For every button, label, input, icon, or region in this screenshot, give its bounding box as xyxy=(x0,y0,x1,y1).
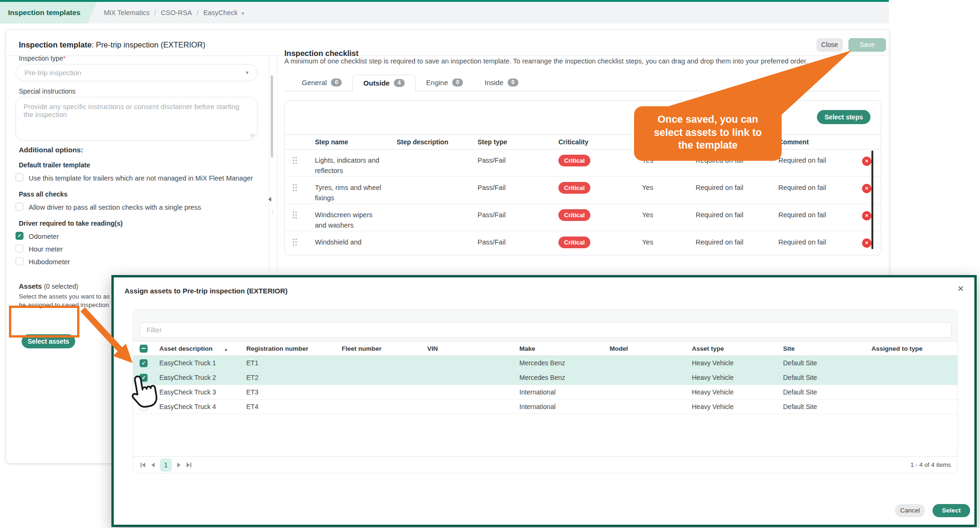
scrollbar-thumb[interactable] xyxy=(271,75,273,158)
select-all-checkbox[interactable] xyxy=(140,345,148,353)
close-button[interactable]: Close xyxy=(816,38,843,52)
asset-cell: Default Site xyxy=(783,359,871,367)
checkbox-label: Odometer xyxy=(29,232,59,241)
save-button[interactable]: Save xyxy=(848,38,886,52)
delete-step-icon[interactable]: ✕ xyxy=(862,157,871,166)
drag-handle-icon[interactable] xyxy=(292,155,315,176)
column-header-assigned-to-type[interactable]: Assigned to type xyxy=(871,345,958,352)
delete-step-icon[interactable]: ✕ xyxy=(862,238,871,248)
asset-row[interactable]: ✓EasyCheck Truck 1ET1Mercedes BenzHeavy … xyxy=(133,356,957,370)
checkbox-label: Hour meter xyxy=(29,244,63,254)
close-icon[interactable]: ✕ xyxy=(957,284,964,294)
pagination-last-button[interactable] xyxy=(186,461,192,469)
tab-count-badge: 4 xyxy=(394,79,405,87)
cursor-hand-icon xyxy=(129,374,158,412)
select-all-checkbox-cell xyxy=(133,345,159,353)
breadcrumb-separator: / xyxy=(196,9,198,16)
column-header-model[interactable]: Model xyxy=(610,345,692,352)
step-name: Lights, indicators andreflectors xyxy=(315,155,397,176)
pagination-first-button[interactable] xyxy=(140,461,146,469)
drag-handle-icon[interactable] xyxy=(292,210,315,231)
cancel-button[interactable]: Cancel xyxy=(895,504,925,517)
checkbox-unchecked[interactable] xyxy=(16,244,24,252)
photo: Required on fail xyxy=(696,237,778,255)
column-header-make[interactable]: Make xyxy=(519,345,610,352)
checkbox-label: Allow driver to pass all section checks … xyxy=(29,203,201,212)
tab-general[interactable]: General0 xyxy=(291,74,353,91)
asset-row[interactable]: EasyCheck Truck 4ET4InternationalHeavy V… xyxy=(133,400,957,414)
asset-cell: Default Site xyxy=(783,388,871,396)
breadcrumb-item[interactable]: MiX Telematics xyxy=(104,9,149,16)
special-instructions-input[interactable] xyxy=(16,97,258,141)
criticality-badge: Critical xyxy=(558,236,590,248)
column-header-registration-number[interactable]: Registration number xyxy=(246,345,342,352)
checklist-row: Tyres, rims and wheelfixingsPass/FailCri… xyxy=(285,177,881,204)
pagination-page-1[interactable]: 1 xyxy=(160,458,172,472)
step-name-line: Windshield and xyxy=(315,237,397,247)
checkbox-checked[interactable]: ✓ xyxy=(140,359,148,367)
additional-options-section: Additional options: Default trailer temp… xyxy=(16,146,259,270)
drag-handle-icon[interactable] xyxy=(292,182,315,204)
tab-count-badge: 0 xyxy=(508,79,518,87)
tab-inspection-templates[interactable]: Inspection templates xyxy=(0,2,97,24)
tab-outside[interactable]: Outside4 xyxy=(353,75,416,91)
modal-title: Assign assets to Pre-trip inspection (EX… xyxy=(125,287,288,295)
mandatory: Yes xyxy=(642,182,696,204)
pagination-prev-button[interactable] xyxy=(150,461,156,469)
step-type: Pass/Fail xyxy=(478,182,558,204)
column-header-asset-type[interactable]: Asset type xyxy=(692,345,783,352)
inspection-type-select[interactable]: Pre-trip inspection ▼ xyxy=(16,64,258,81)
tab-inside[interactable]: Inside0 xyxy=(474,74,529,91)
tab-label: Outside xyxy=(363,79,390,87)
mandatory: Yes xyxy=(642,210,696,231)
checkbox-checked[interactable]: ✓ xyxy=(16,232,24,240)
breadcrumb-item[interactable]: CSO-RSA xyxy=(161,9,192,16)
checklist-row: Windshield andPass/FailCriticalYesRequir… xyxy=(285,231,881,255)
page-title-label: Inspection template xyxy=(19,40,92,49)
breadcrumb-separator: / xyxy=(154,9,156,16)
column-header-vin[interactable]: VIN xyxy=(427,345,519,352)
select-steps-button[interactable]: Select steps xyxy=(817,110,870,124)
asset-row[interactable]: EasyCheck Truck 3ET3InternationalHeavy V… xyxy=(133,385,957,400)
step-name-line: fixings xyxy=(315,193,397,203)
checkbox-option[interactable]: Hour meter xyxy=(16,244,259,254)
checkbox-label: Use this template for trailers which are… xyxy=(29,173,253,183)
drag-handle-icon[interactable] xyxy=(292,237,315,255)
checkbox-option[interactable]: ✓Odometer xyxy=(16,232,259,241)
checkbox-option[interactable]: Use this template for trailers which are… xyxy=(16,173,259,183)
checkbox-option[interactable]: Hubodometer xyxy=(16,257,259,267)
pagination-next-button[interactable] xyxy=(176,461,181,469)
comment: Required on fail xyxy=(778,182,862,204)
checkbox-unchecked[interactable] xyxy=(16,173,24,181)
additional-options-heading: Additional options: xyxy=(19,146,256,154)
column-header-fleet-number[interactable]: Fleet number xyxy=(342,345,427,352)
pane-drag-handle-icon[interactable]: ⋮ xyxy=(270,211,275,213)
delete-step-icon[interactable]: ✕ xyxy=(862,211,871,221)
checkbox-unchecked[interactable] xyxy=(16,257,24,265)
checkbox-option[interactable]: Allow driver to pass all section checks … xyxy=(16,203,259,212)
inspection-type-label: Inspection type* xyxy=(19,55,66,62)
checkbox-unchecked[interactable] xyxy=(16,203,24,211)
header-divider xyxy=(6,55,889,56)
collapse-pane-icon[interactable] xyxy=(268,197,271,202)
criticality: Critical xyxy=(558,210,642,231)
checklist-description: A minimum of one checklist step is requi… xyxy=(284,57,870,65)
table-scrollbar[interactable] xyxy=(871,150,873,249)
annotation-callout: Once saved, you can select assets to lin… xyxy=(634,106,782,161)
step-name-line: Windscreen wipers xyxy=(315,210,397,220)
column-header-site[interactable]: Site xyxy=(783,345,871,352)
tab-label: General xyxy=(302,79,327,87)
column-header-asset-description[interactable]: Asset description▲ xyxy=(159,345,246,352)
breadcrumb-item[interactable]: EasyCheck xyxy=(203,9,237,16)
chevron-down-icon[interactable]: ▾ xyxy=(242,10,244,16)
step-type: Pass/Fail xyxy=(478,155,558,176)
filter-input[interactable] xyxy=(140,322,952,338)
tab-label: Inside xyxy=(485,79,503,87)
delete-step-icon[interactable]: ✕ xyxy=(862,184,871,193)
tab-engine[interactable]: Engine0 xyxy=(416,74,474,91)
step-type: Pass/Fail xyxy=(478,237,558,255)
checklist-row: Lights, indicators andreflectorsPass/Fai… xyxy=(285,150,881,177)
asset-row[interactable]: ✓EasyCheck Truck 2ET2Mercedes BenzHeavy … xyxy=(133,370,957,385)
asset-cell: Heavy Vehicle xyxy=(692,388,783,396)
select-button[interactable]: Select xyxy=(933,504,970,517)
